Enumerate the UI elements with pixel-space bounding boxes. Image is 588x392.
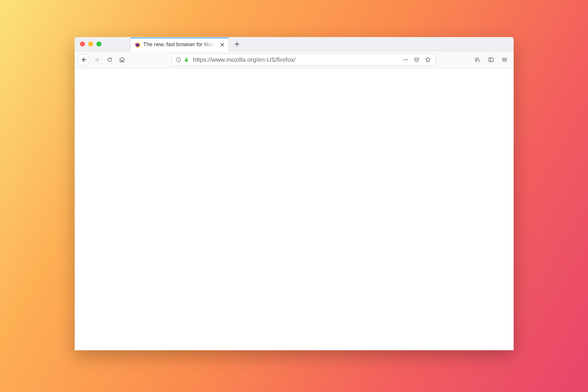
sidebar-button[interactable] <box>485 54 497 66</box>
svg-point-4 <box>403 59 404 60</box>
info-icon <box>176 57 181 63</box>
new-tab-button[interactable] <box>231 38 243 50</box>
svg-point-2 <box>178 58 178 59</box>
svg-point-6 <box>406 59 407 60</box>
reload-button[interactable] <box>103 54 116 66</box>
tab-close-button[interactable] <box>218 41 226 49</box>
url-text[interactable]: https://www.mozilla.org/en-US/firefox/ <box>193 56 397 63</box>
back-button[interactable] <box>78 54 90 66</box>
url-bar[interactable]: https://www.mozilla.org/en-US/firefox/ <box>172 54 436 66</box>
window-maximize-button[interactable] <box>96 41 101 46</box>
nav-controls <box>78 54 128 66</box>
tab-active[interactable]: The new, fast browser for Mac, PC and Li… <box>130 38 229 51</box>
library-button[interactable] <box>471 54 484 66</box>
pocket-button[interactable] <box>411 54 422 65</box>
firefox-favicon-icon <box>135 42 141 48</box>
browser-window: The new, fast browser for Mac, PC and Li… <box>75 37 514 350</box>
svg-rect-7 <box>489 58 493 61</box>
svg-rect-3 <box>185 59 188 61</box>
tab-title: The new, fast browser for Mac, PC and Li… <box>143 41 216 48</box>
toolbar-right <box>471 54 511 66</box>
bookmark-button[interactable] <box>422 54 433 65</box>
forward-button[interactable] <box>91 54 103 66</box>
lock-icon <box>184 57 189 62</box>
page-actions-button[interactable] <box>400 54 411 65</box>
tab-bar: The new, fast browser for Mac, PC and Li… <box>75 37 514 51</box>
page-content <box>75 68 514 350</box>
site-identity[interactable] <box>174 57 190 63</box>
menu-button[interactable] <box>498 54 511 66</box>
svg-point-5 <box>405 59 406 60</box>
home-button[interactable] <box>116 54 128 66</box>
url-actions <box>400 54 433 65</box>
toolbar: https://www.mozilla.org/en-US/firefox/ <box>75 51 514 68</box>
window-minimize-button[interactable] <box>88 41 93 46</box>
window-controls <box>75 41 107 46</box>
window-close-button[interactable] <box>80 41 85 46</box>
